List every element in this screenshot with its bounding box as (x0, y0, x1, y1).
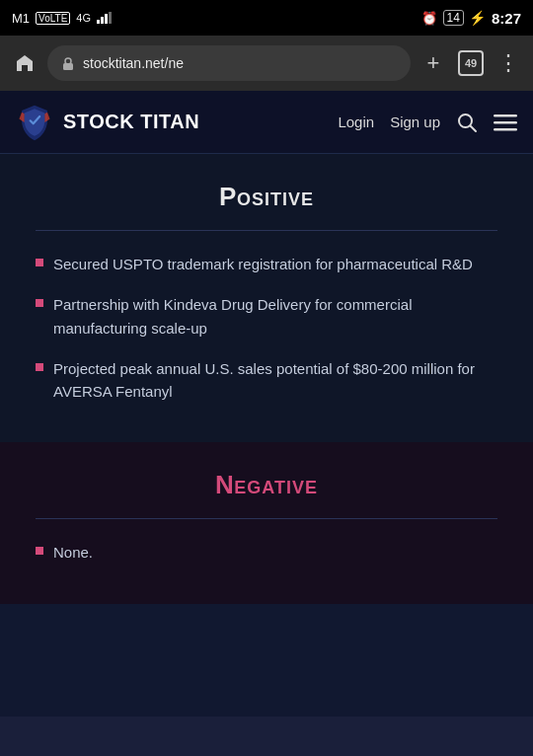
browser-menu-button[interactable]: ⋮ (494, 48, 523, 78)
carrier-label: M1 (12, 11, 30, 26)
positive-item-2: Partnership with Kindeva Drug Delivery f… (53, 293, 497, 340)
status-right: ⏰ 14 ⚡ 8:27 (421, 10, 521, 27)
bullet-icon (36, 259, 43, 266)
bullet-icon (36, 547, 43, 555)
network-type: 4G (76, 12, 91, 24)
url-text: stocktitan.net/ne (83, 55, 399, 71)
logo-shield-icon (16, 104, 53, 141)
positive-item-1: Secured USPTO trademark registration for… (53, 253, 473, 275)
bullet-icon (36, 299, 43, 307)
charging-icon: ⚡ (469, 10, 486, 26)
svg-line-7 (471, 125, 477, 131)
positive-section: Positive Secured USPTO trademark registr… (0, 154, 533, 442)
list-item: None. (36, 541, 497, 564)
logo-area: STOCK TITAN (16, 104, 199, 141)
site-header: STOCK TITAN Login Sign up (0, 91, 533, 154)
positive-item-3: Projected peak annual U.S. sales potenti… (53, 357, 497, 404)
tabs-count-badge: 49 (458, 50, 484, 76)
search-button[interactable] (456, 112, 478, 133)
url-security-icon (59, 54, 77, 72)
negative-title: Negative (36, 470, 497, 500)
tabs-button[interactable]: 49 (456, 48, 486, 78)
svg-rect-8 (494, 114, 517, 117)
main-content: Positive Secured USPTO trademark registr… (0, 154, 533, 717)
url-bar[interactable]: stocktitan.net/ne (47, 45, 411, 81)
positive-divider (36, 230, 497, 231)
add-tab-button[interactable]: + (419, 48, 448, 78)
home-button[interactable] (10, 48, 39, 78)
logo-text: STOCK TITAN (63, 111, 199, 133)
svg-rect-9 (494, 121, 517, 124)
login-link[interactable]: Login (338, 113, 374, 130)
list-item: Secured USPTO trademark registration for… (36, 253, 497, 275)
browser-bar: stocktitan.net/ne + 49 ⋮ (0, 36, 533, 91)
signal-bars-icon (97, 12, 113, 24)
hamburger-menu-button[interactable] (494, 112, 517, 133)
alarm-icon: ⏰ (421, 11, 437, 26)
status-left: M1 VoLTE 4G (12, 11, 113, 26)
svg-rect-5 (63, 63, 73, 70)
bullet-icon (36, 363, 43, 371)
svg-rect-10 (494, 128, 517, 131)
positive-bullet-list: Secured USPTO trademark registration for… (36, 253, 497, 403)
status-bar: M1 VoLTE 4G ⏰ 14 ⚡ 8:27 (0, 0, 533, 36)
signup-link[interactable]: Sign up (390, 113, 440, 130)
negative-item-1: None. (53, 541, 93, 564)
time-label: 8:27 (492, 10, 521, 27)
svg-rect-3 (109, 12, 112, 24)
list-item: Partnership with Kindeva Drug Delivery f… (36, 293, 497, 340)
nav-area: Login Sign up (338, 112, 517, 133)
battery-level-label: 14 (443, 10, 464, 26)
negative-section: Negative None. (0, 442, 533, 603)
svg-rect-0 (97, 20, 100, 24)
list-item: Projected peak annual U.S. sales potenti… (36, 357, 497, 404)
negative-bullet-list: None. (36, 541, 497, 564)
svg-rect-1 (101, 17, 104, 24)
positive-title: Positive (36, 182, 497, 212)
volte-label: VoLTE (36, 12, 70, 25)
negative-divider (36, 518, 497, 519)
svg-rect-2 (105, 14, 108, 24)
